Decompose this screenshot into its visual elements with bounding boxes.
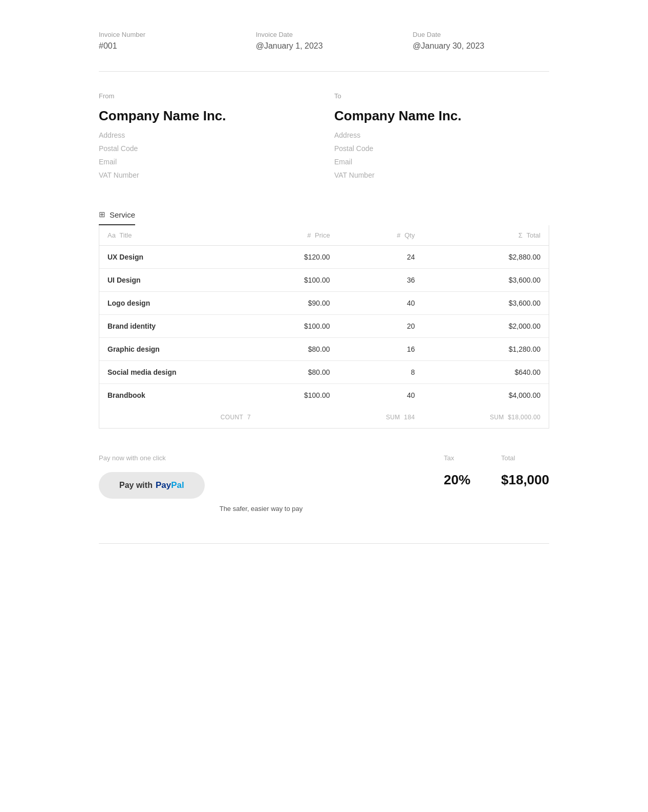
due-date-value: @January 30, 2023 [413,41,549,51]
payment-right: Tax 20% Total $18,000 [444,454,549,488]
row-qty: 40 [338,384,423,407]
table-row: UX Design $120.00 24 $2,880.00 [99,246,549,269]
row-qty: 16 [338,338,423,361]
tax-column: Tax 20% [444,454,470,488]
invoice-date-field: Invoice Date @January 1, 2023 [256,31,393,51]
row-price: $120.00 [259,246,338,269]
due-date-field: Due Date @January 30, 2023 [413,31,549,51]
to-email: Email [334,158,549,166]
service-section: ⊞ Service Aa Title # Price [99,210,549,429]
row-qty: 24 [338,246,423,269]
from-address: Address [99,131,314,139]
row-title: Brandbook [99,384,259,407]
from-email: Email [99,158,314,166]
summary-row: COUNT 7 SUM 184 SUM $18,000.00 [99,407,549,428]
service-table: Aa Title # Price # Qty Σ [99,225,549,428]
table-row: Social media design $80.00 8 $640.00 [99,361,549,384]
total-column: Total $18,000 [501,454,549,488]
row-title: Graphic design [99,338,259,361]
invoice-number-value: #001 [99,41,235,51]
to-label: To [334,92,549,100]
paypal-brand: PayPal [156,480,184,490]
col-total-header: Σ Total [423,225,549,246]
row-price: $90.00 [259,292,338,315]
to-postal-code: Postal Code [334,144,549,153]
count-value: 7 [247,414,251,421]
paypal-button[interactable]: Pay with PayPal [99,472,205,499]
row-price: $100.00 [259,384,338,407]
invoice-date-label: Invoice Date [256,31,393,38]
sum-total-cell: SUM $18,000.00 [423,407,549,428]
row-qty: 20 [338,315,423,338]
table-row: Brandbook $100.00 40 $4,000.00 [99,384,549,407]
service-tab[interactable]: ⊞ Service [99,210,135,225]
to-company-name: Company Name Inc. [334,108,549,124]
row-price: $100.00 [259,315,338,338]
row-total: $3,600.00 [423,269,549,292]
total-header-label: Total [527,231,541,239]
col-qty-header: # Qty [338,225,423,246]
bottom-divider [99,543,549,544]
total-prefix: Σ [519,231,523,239]
sum-total-label: SUM [490,414,504,421]
table-icon: ⊞ [99,210,105,219]
from-label: From [99,92,314,100]
sum-qty-value: 184 [404,414,415,421]
row-total: $640.00 [423,361,549,384]
row-price: $80.00 [259,361,338,384]
from-section: From Company Name Inc. Address Postal Co… [99,92,314,184]
sum-qty-label: SUM [386,414,400,421]
col-title-header: Aa Title [99,225,259,246]
row-qty: 40 [338,292,423,315]
from-company-name: Company Name Inc. [99,108,314,124]
to-section: To Company Name Inc. Address Postal Code… [334,92,549,184]
invoice-number-label: Invoice Number [99,31,235,38]
qty-prefix: # [397,231,400,239]
row-total: $4,000.00 [423,384,549,407]
row-total: $2,880.00 [423,246,549,269]
to-vat-number: VAT Number [334,171,549,179]
row-title: Logo design [99,292,259,315]
payment-label: Pay now with one click [99,454,423,462]
table-header-row: Aa Title # Price # Qty Σ [99,225,549,246]
qty-header-label: Qty [404,231,415,239]
total-value: $18,000 [501,472,549,488]
price-header-label: Price [315,231,330,239]
row-qty: 36 [338,269,423,292]
table-row: Logo design $90.00 40 $3,600.00 [99,292,549,315]
invoice-number-field: Invoice Number #001 [99,31,235,51]
row-total: $3,600.00 [423,292,549,315]
price-prefix: # [307,231,311,239]
row-title: Social media design [99,361,259,384]
from-vat-number: VAT Number [99,171,314,179]
due-date-label: Due Date [413,31,549,38]
service-tab-label: Service [110,210,135,219]
title-prefix: Aa [107,231,116,239]
row-total: $1,280.00 [423,338,549,361]
paypal-tagline: The safer, easier way to pay [99,505,423,512]
to-address: Address [334,131,549,139]
table-row: Brand identity $100.00 20 $2,000.00 [99,315,549,338]
payment-left: Pay now with one click Pay with PayPal T… [99,454,423,512]
table-row: Graphic design $80.00 16 $1,280.00 [99,338,549,361]
tax-value: 20% [444,472,470,488]
row-qty: 8 [338,361,423,384]
count-label: COUNT [221,414,243,421]
invoice-date-value: @January 1, 2023 [256,41,393,51]
row-total: $2,000.00 [423,315,549,338]
empty-summary-price [259,407,338,428]
total-label: Total [501,454,549,462]
tax-label: Tax [444,454,470,462]
paypal-button-text: Pay with [119,481,153,490]
sum-total-value: $18,000.00 [508,414,541,421]
row-title: Brand identity [99,315,259,338]
title-header-label: Title [119,231,132,239]
header-divider [99,71,549,72]
from-postal-code: Postal Code [99,144,314,153]
col-price-header: # Price [259,225,338,246]
payment-section: Pay now with one click Pay with PayPal T… [99,454,549,512]
row-title: UX Design [99,246,259,269]
service-table-wrapper: Aa Title # Price # Qty Σ [99,225,549,429]
table-row: UI Design $100.00 36 $3,600.00 [99,269,549,292]
sum-qty-cell: SUM 184 [338,407,423,428]
